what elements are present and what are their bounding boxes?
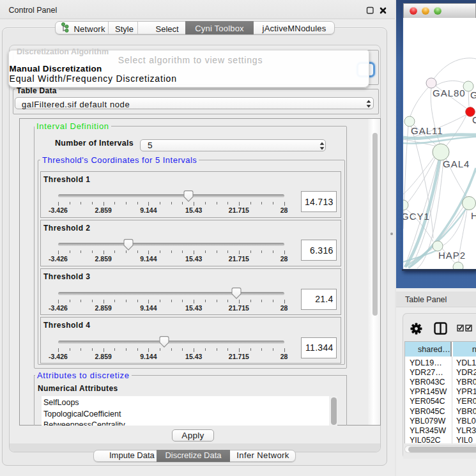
svg-text:C: C [472,114,476,125]
svg-text:GCY1: GCY1 [403,211,430,222]
svg-text:H: H [471,210,476,221]
svg-text:HAP2: HAP2 [438,250,466,261]
svg-text:GAL80: GAL80 [433,88,466,98]
svg-text:GAL11: GAL11 [411,125,443,136]
svg-text:GAL4: GAL4 [443,158,470,169]
svg-text:GA: GA [470,89,476,100]
